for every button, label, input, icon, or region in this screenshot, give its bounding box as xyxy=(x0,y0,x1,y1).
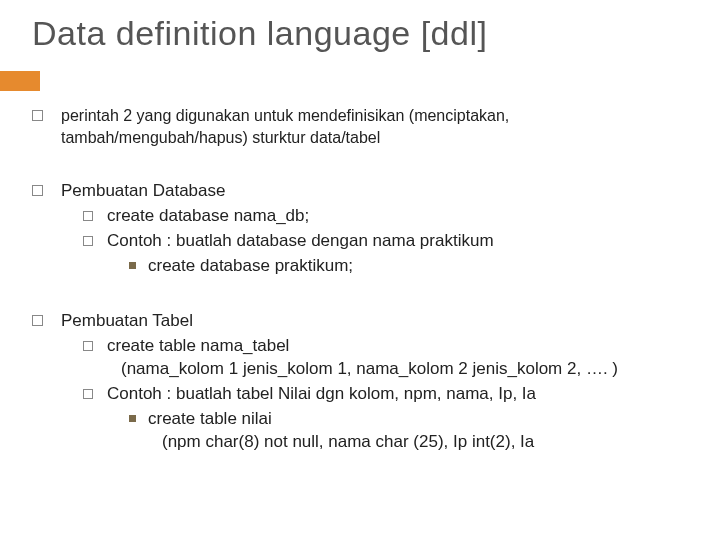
sub-bullet-text: Contoh : buatlah database dengan nama pr… xyxy=(107,230,688,253)
continuation-text: (npm char(8) not null, nama char (25), I… xyxy=(162,431,688,454)
sub-bullet-item: Contoh : buatlah tabel Nilai dgn kolom, … xyxy=(83,383,688,454)
sub-sub-bullet-item: create database praktikum; xyxy=(129,255,688,278)
bullet-item: perintah 2 yang digunakan untuk mendefin… xyxy=(32,105,688,148)
square-bullet-icon xyxy=(83,341,93,351)
accent-bar xyxy=(0,71,40,91)
bullet-text: Pembuatan Database xyxy=(61,180,688,203)
sub-sub-bullet-text: create table nilai xyxy=(148,408,688,431)
slide-title: Data definition language [ddl] xyxy=(32,14,720,53)
slide-content: perintah 2 yang digunakan untuk mendefin… xyxy=(32,105,688,454)
square-bullet-icon xyxy=(83,236,93,246)
sub-sub-bullet-item: create table nilai (npm char(8) not null… xyxy=(129,408,688,454)
filled-square-bullet-icon xyxy=(129,262,136,269)
square-bullet-icon xyxy=(32,185,43,196)
square-bullet-icon xyxy=(32,315,43,326)
slide: Data definition language [ddl] perintah … xyxy=(0,14,720,540)
sub-bullet-item: create database nama_db; xyxy=(83,205,688,228)
continuation-text: (nama_kolom 1 jenis_kolom 1, nama_kolom … xyxy=(121,358,688,381)
sub-bullet-item: Contoh : buatlah database dengan nama pr… xyxy=(83,230,688,278)
sub-bullet-text: create table nama_tabel xyxy=(107,335,688,358)
bullet-text: Pembuatan Tabel xyxy=(61,310,688,333)
square-bullet-icon xyxy=(32,110,43,121)
bullet-text: perintah 2 yang digunakan untuk mendefin… xyxy=(61,105,688,148)
bullet-item: Pembuatan Tabel create table nama_tabel … xyxy=(32,310,688,454)
sub-bullet-text: Contoh : buatlah tabel Nilai dgn kolom, … xyxy=(107,383,688,406)
sub-bullet-text: create database nama_db; xyxy=(107,205,688,228)
square-bullet-icon xyxy=(83,211,93,221)
sub-bullet-item: create table nama_tabel (nama_kolom 1 je… xyxy=(83,335,688,381)
square-bullet-icon xyxy=(83,389,93,399)
bullet-item: Pembuatan Database create database nama_… xyxy=(32,180,688,278)
filled-square-bullet-icon xyxy=(129,415,136,422)
sub-sub-bullet-text: create database praktikum; xyxy=(148,255,688,278)
